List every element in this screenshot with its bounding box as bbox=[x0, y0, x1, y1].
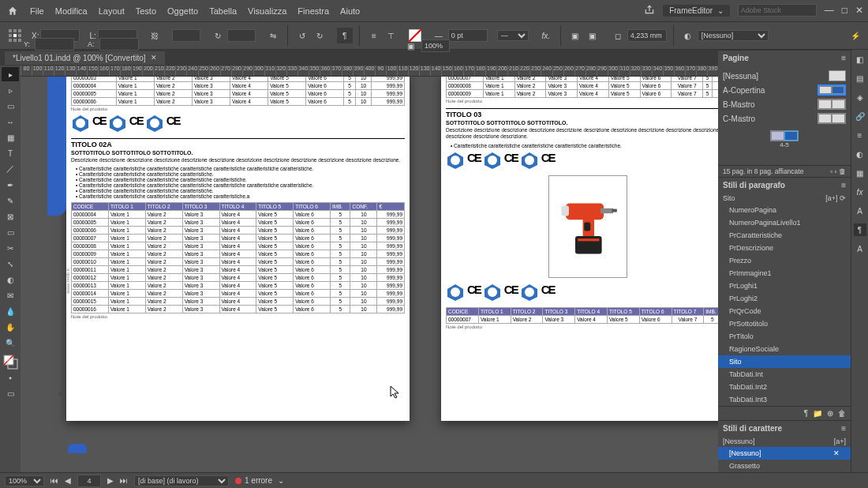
close-tab-icon[interactable]: ✕ bbox=[151, 54, 157, 62]
wrap-bounding-icon[interactable]: ▣ bbox=[585, 28, 600, 43]
para-styles-header[interactable]: Stili di paragrafo≡ bbox=[718, 177, 851, 193]
pages-icon[interactable]: ▤ bbox=[854, 72, 866, 84]
pages-panel-header[interactable]: Pagine≡ bbox=[718, 50, 851, 66]
para-style-item[interactable]: NumeroPagina bbox=[718, 204, 851, 216]
cc-libraries-icon[interactable]: ◧ bbox=[854, 53, 866, 66]
corner-icon[interactable]: ◻ bbox=[610, 28, 626, 43]
page-right[interactable]: 00000007Valore 1Valore 2Valore 3Valore 4… bbox=[441, 77, 718, 421]
rotate-cw-icon[interactable]: ↻ bbox=[312, 28, 327, 43]
menu-modifica[interactable]: Modifica bbox=[55, 6, 88, 16]
rotate-icon[interactable]: ↻ bbox=[210, 28, 226, 43]
minimize-button[interactable]: — bbox=[825, 5, 834, 16]
master-b[interactable]: B-Mastro bbox=[723, 100, 755, 109]
share-icon[interactable] bbox=[644, 4, 655, 17]
close-button[interactable]: ✕ bbox=[855, 5, 863, 16]
paragraph-icon[interactable]: ¶ bbox=[337, 28, 353, 43]
para-style-item[interactable]: PrSottotitolo bbox=[718, 317, 851, 330]
free-transform-tool[interactable]: ⤡ bbox=[2, 257, 19, 271]
page-field[interactable] bbox=[77, 475, 101, 487]
corner-field[interactable] bbox=[627, 29, 667, 42]
zoom-select[interactable]: 100% bbox=[5, 475, 44, 486]
next-page-button[interactable]: ▶ bbox=[107, 476, 114, 485]
zoom-tool[interactable]: 🔍 bbox=[2, 336, 19, 350]
master-thumb-a[interactable] bbox=[817, 84, 846, 96]
char-style-item[interactable]: [Nessuno]✕ bbox=[718, 447, 851, 460]
para-style-item[interactable]: PrImmagine1 bbox=[718, 267, 851, 280]
maximize-button[interactable]: □ bbox=[842, 5, 847, 16]
type-tool[interactable]: T bbox=[2, 146, 19, 160]
direct-selection-tool[interactable]: ▹ bbox=[2, 83, 19, 97]
stroke-icon[interactable]: ≡ bbox=[854, 129, 866, 141]
links-icon[interactable]: 🔗 bbox=[854, 110, 866, 122]
view-mode-icon[interactable]: ▭ bbox=[2, 386, 19, 400]
para-style-item[interactable]: RagioneSociale bbox=[718, 343, 851, 355]
layers-icon[interactable]: ◈ bbox=[854, 91, 866, 103]
scissors-tool[interactable]: ✂ bbox=[2, 241, 19, 255]
constrain-icon[interactable]: ⛓ bbox=[147, 28, 163, 43]
workspace-switcher[interactable]: FrameEditor ⌄ bbox=[663, 5, 730, 17]
gradient-tool[interactable]: ◐ bbox=[2, 272, 19, 287]
menu-oggetto[interactable]: Oggetto bbox=[167, 6, 198, 16]
para-style-item[interactable]: PrDescrizione bbox=[718, 242, 851, 254]
char-styles-icon[interactable]: A bbox=[854, 242, 866, 255]
char-style-item[interactable]: Grassetto bbox=[718, 460, 851, 472]
rectangle-frame-tool[interactable]: ⊠ bbox=[2, 209, 19, 223]
stroke-style-select[interactable]: — bbox=[497, 30, 529, 41]
align-left-icon[interactable]: ≡ bbox=[366, 28, 382, 43]
document-workspace[interactable]: 8010011012013014015016017018019020021022… bbox=[21, 66, 718, 472]
selection-tool[interactable]: ▸ bbox=[2, 67, 19, 81]
prev-page-button[interactable]: ◀ bbox=[65, 476, 71, 485]
para-style-item[interactable]: PrCaratteristiche bbox=[718, 229, 851, 242]
spread-thumb-1[interactable] bbox=[770, 130, 799, 141]
align-top-icon[interactable]: ⊤ bbox=[383, 28, 399, 43]
master-thumb-c[interactable] bbox=[817, 113, 846, 124]
menu-aiuto[interactable]: Aiuto bbox=[340, 6, 360, 16]
master-a[interactable]: A-Copertina bbox=[723, 86, 765, 95]
pen-tool[interactable]: ✒ bbox=[2, 178, 19, 192]
first-page-button[interactable]: ⏮ bbox=[51, 476, 58, 485]
reference-point-icon[interactable] bbox=[8, 28, 22, 43]
hand-tool[interactable]: ✋ bbox=[2, 320, 19, 334]
h-field[interactable] bbox=[99, 38, 139, 51]
screen-mode-select[interactable]: [di base] (di lavoro) bbox=[134, 475, 229, 486]
page-tool[interactable]: ▭ bbox=[2, 99, 19, 113]
y-field[interactable] bbox=[35, 38, 74, 51]
fx-panel-icon[interactable]: fx bbox=[854, 186, 866, 198]
product-image-frame[interactable] bbox=[548, 175, 627, 278]
content-collector-tool[interactable]: ▦ bbox=[2, 130, 19, 145]
line-tool[interactable]: ／ bbox=[2, 162, 19, 176]
char-styles-list[interactable]: [Nessuno]✕Grassetto bbox=[718, 447, 851, 472]
preflight-status[interactable]: 1 errore ⌄ bbox=[235, 476, 284, 485]
document-tab[interactable]: *Livello1 01.indd @ 100% [Convertito] ✕ bbox=[5, 51, 165, 65]
master-thumb-b[interactable] bbox=[817, 99, 846, 110]
search-input[interactable] bbox=[738, 4, 817, 17]
flash-icon[interactable]: ⚡ bbox=[847, 28, 863, 43]
menu-file[interactable]: File bbox=[30, 6, 44, 16]
para-style-item[interactable]: NumeroPaginaLivello1 bbox=[718, 216, 851, 229]
last-page-button[interactable]: ⏭ bbox=[120, 476, 128, 485]
page-left[interactable]: 00000003Valore 1Valore 2Valore 3Valore 4… bbox=[66, 77, 410, 421]
canvas[interactable]: 00000003Valore 1Valore 2Valore 3Valore 4… bbox=[21, 77, 718, 472]
menu-finestra[interactable]: Finestra bbox=[297, 6, 329, 16]
para-style-item[interactable]: TabDati.Int bbox=[718, 368, 851, 381]
home-button[interactable] bbox=[6, 5, 19, 17]
wrap-none-icon[interactable]: ▣ bbox=[567, 28, 583, 43]
menu-layout[interactable]: Layout bbox=[99, 6, 125, 16]
para-styles-icon[interactable]: ¶ bbox=[854, 223, 866, 236]
rectangle-tool[interactable]: ▭ bbox=[2, 225, 19, 239]
flip-h-icon[interactable]: ⇋ bbox=[265, 28, 281, 43]
menu-visualizza[interactable]: Visualizza bbox=[248, 6, 286, 16]
color-icon[interactable]: ◐ bbox=[854, 148, 866, 160]
scale-x-field[interactable] bbox=[172, 29, 200, 42]
gap-tool[interactable]: ↔ bbox=[2, 114, 19, 129]
stroke-field[interactable] bbox=[448, 29, 488, 42]
para-style-item[interactable]: Prezzo bbox=[718, 254, 851, 267]
para-style-item[interactable]: PrLoghi1 bbox=[718, 280, 851, 292]
rotate-ccw-icon[interactable]: ↺ bbox=[294, 28, 310, 43]
object-styles-icon[interactable]: A bbox=[854, 205, 866, 217]
note-tool[interactable]: ✉ bbox=[2, 288, 19, 302]
apply-color-icon[interactable]: ▪ bbox=[2, 370, 19, 385]
swatches-icon[interactable]: ▦ bbox=[854, 167, 866, 179]
para-style-item[interactable]: Sito bbox=[718, 355, 851, 368]
fx-icon[interactable]: fx. bbox=[538, 28, 554, 43]
